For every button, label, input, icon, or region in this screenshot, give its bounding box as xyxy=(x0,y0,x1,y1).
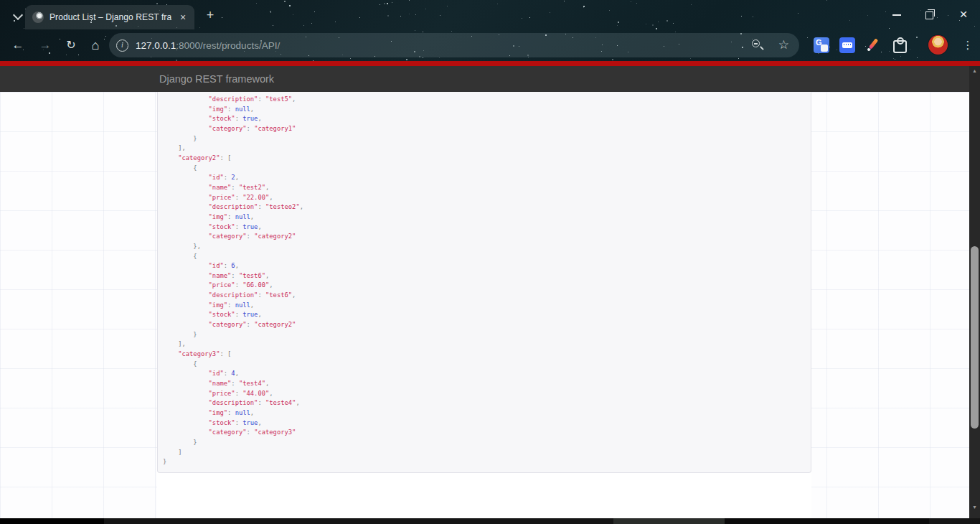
drf-navbar: Django REST framework xyxy=(0,66,969,92)
scrollbar-up-arrow-icon[interactable]: ▲ xyxy=(969,66,980,76)
site-favicon-icon xyxy=(32,11,44,23)
url-path: :8000/rest/products/API/ xyxy=(176,40,280,51)
page-scrollbar[interactable]: ▲ ▼ xyxy=(969,66,980,518)
drf-brand-link[interactable]: Django REST framework xyxy=(159,66,274,92)
browser-toolbar: ← → ↻ ⌂ i 127.0.0.1:8000/rest/products/A… xyxy=(0,29,980,61)
taskbar-edge xyxy=(0,518,980,524)
ruler-extension-icon[interactable] xyxy=(839,37,855,53)
address-bar-actions: ☆ xyxy=(751,39,789,52)
tab-close-icon[interactable]: × xyxy=(177,12,189,22)
page-body: "description": "test5", "img": null, "st… xyxy=(0,92,969,518)
translate-extension-icon[interactable] xyxy=(814,37,829,53)
profile-avatar[interactable] xyxy=(928,35,948,55)
api-json-response: "description": "test5", "img": null, "st… xyxy=(157,92,811,473)
zoom-out-indicator-icon[interactable] xyxy=(751,39,764,52)
url-host: 127.0.0.1 xyxy=(136,40,176,51)
scrollbar-down-arrow-icon[interactable]: ▼ xyxy=(969,502,980,513)
window-minimize-button[interactable] xyxy=(888,6,905,23)
address-bar[interactable]: i 127.0.0.1:8000/rest/products/API/ ☆ xyxy=(109,33,799,57)
home-button[interactable]: ⌂ xyxy=(86,36,105,55)
page-info-icon[interactable]: i xyxy=(116,39,128,52)
content-container: "description": "test5", "img": null, "st… xyxy=(157,92,811,518)
forward-button[interactable]: → xyxy=(36,36,55,55)
back-button[interactable]: ← xyxy=(9,36,27,55)
tab-title: Product List – Django REST fram xyxy=(50,12,171,22)
browser-menu-icon[interactable]: ⋮ xyxy=(961,36,974,55)
new-tab-button[interactable]: + xyxy=(202,6,219,24)
pen-extension-icon[interactable] xyxy=(865,37,881,53)
bookmark-star-icon[interactable]: ☆ xyxy=(778,39,789,52)
url-text: 127.0.0.1:8000/rest/products/API/ xyxy=(136,40,280,51)
extensions-puzzle-icon[interactable] xyxy=(891,37,907,52)
theme-red-stripe xyxy=(0,61,980,66)
browser-chrome: Product List – Django REST fram × + × ← … xyxy=(0,0,980,61)
tab-search-chevron-icon[interactable] xyxy=(10,9,26,22)
scrollbar-thumb[interactable] xyxy=(971,246,979,429)
tab-product-list[interactable]: Product List – Django REST fram × xyxy=(25,5,194,29)
window-close-button[interactable]: × xyxy=(955,6,972,23)
browser-window: Product List – Django REST fram × + × ← … xyxy=(0,0,980,524)
tab-strip: Product List – Django REST fram × + × xyxy=(0,0,980,29)
window-restore-button[interactable] xyxy=(922,6,939,23)
reload-button[interactable]: ↻ xyxy=(62,36,80,55)
